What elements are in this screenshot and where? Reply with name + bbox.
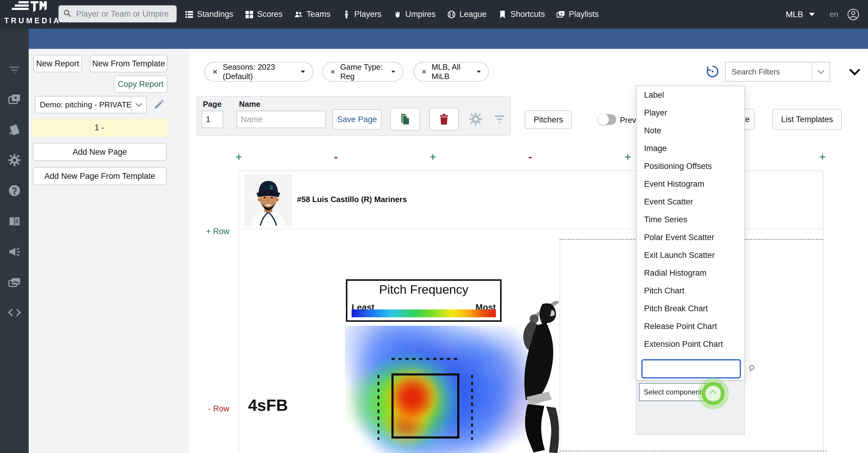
search-icon bbox=[748, 364, 756, 374]
strike-zone-guide bbox=[471, 375, 473, 440]
page-label: Page bbox=[203, 100, 221, 109]
new-from-template-button[interactable]: New From Template bbox=[90, 55, 167, 72]
duplicate-page-button[interactable] bbox=[390, 108, 420, 131]
pitchers-button[interactable]: Pitchers bbox=[525, 110, 572, 129]
player-headshot bbox=[245, 174, 292, 227]
remove-column-button[interactable]: - bbox=[334, 151, 338, 163]
league-selector[interactable]: MLB bbox=[786, 10, 815, 19]
copy-report-button[interactable]: Copy Report bbox=[114, 75, 167, 93]
language-toggle[interactable]: en bbox=[830, 10, 838, 19]
menu-item-time-series[interactable]: Time Series bbox=[637, 211, 744, 229]
menu-item-event-histogram[interactable]: Event Histogram bbox=[637, 175, 744, 193]
add-column-button[interactable]: + bbox=[819, 151, 826, 163]
strike-zone-box bbox=[392, 374, 459, 439]
nav-playlists[interactable]: Playlists bbox=[556, 10, 598, 19]
video-playlists-icon[interactable] bbox=[8, 93, 21, 106]
filter-chip-label: MLB, All MiLB bbox=[432, 62, 472, 81]
trumedia-logo[interactable]: TRUMEDIA bbox=[4, 1, 56, 25]
collapse-filters-chevron-icon[interactable] bbox=[849, 68, 861, 77]
scoresheet-icon[interactable] bbox=[8, 124, 21, 137]
nav-teams[interactable]: Teams bbox=[294, 10, 331, 19]
component-picker-panel: Select component bbox=[636, 381, 745, 435]
page-number-input[interactable] bbox=[202, 111, 223, 128]
filter-chip-game-type[interactable]: Game Type: Reg bbox=[322, 62, 403, 82]
nav-standings[interactable]: Standings bbox=[185, 10, 233, 19]
nav-scores[interactable]: Scores bbox=[245, 10, 282, 19]
menu-item-extension-point-chart[interactable]: Extension Point Chart bbox=[637, 335, 744, 353]
megaphone-icon[interactable] bbox=[8, 246, 21, 259]
docs-book-icon[interactable] bbox=[8, 215, 21, 228]
nav-label: League bbox=[459, 10, 487, 19]
report-header-bar bbox=[29, 29, 868, 49]
menu-item-release-point-chart[interactable]: Release Point Chart bbox=[637, 318, 744, 335]
search-filters-select[interactable]: Search Filters bbox=[725, 62, 830, 82]
help-icon[interactable] bbox=[8, 184, 21, 197]
add-row-button[interactable]: + Row bbox=[193, 227, 229, 236]
menu-item-label-component[interactable]: Label bbox=[637, 86, 744, 104]
settings-gear-icon[interactable] bbox=[8, 154, 21, 167]
report-select[interactable]: Demo: pitching - PRIVATE (bra... bbox=[35, 96, 147, 114]
profile-avatar-icon[interactable] bbox=[847, 8, 860, 21]
page-filter-icon[interactable] bbox=[493, 113, 506, 126]
menu-item-exit-launch-scatter[interactable]: Exit Launch Scatter bbox=[637, 247, 744, 264]
pitch-frequency-legend: Pitch Frequency Least Most bbox=[346, 279, 502, 322]
filter-chip-label: Game Type: Reg bbox=[340, 62, 386, 81]
filter-history-icon[interactable] bbox=[706, 65, 719, 78]
new-report-button[interactable]: New Report bbox=[33, 55, 82, 72]
page-name-input[interactable] bbox=[237, 111, 326, 128]
list-templates-button[interactable]: List Templates bbox=[772, 109, 842, 130]
page-settings-gear-icon[interactable] bbox=[469, 112, 483, 126]
filter-chip-seasons[interactable]: Seasons: 2023 (Default) bbox=[204, 62, 313, 82]
global-search[interactable] bbox=[58, 5, 177, 23]
menu-item-event-scatter[interactable]: Event Scatter bbox=[637, 193, 744, 211]
new-from-template-label: New From Template bbox=[92, 59, 165, 68]
nav-league[interactable]: League bbox=[447, 10, 487, 19]
left-sidebar bbox=[0, 29, 29, 453]
name-label: Name bbox=[239, 100, 260, 109]
menu-item-polar-event-scatter[interactable]: Polar Event Scatter bbox=[637, 229, 744, 247]
save-page-button[interactable]: Save Page bbox=[333, 109, 381, 130]
add-column-button[interactable]: + bbox=[236, 151, 242, 163]
menu-item-radial-histogram[interactable]: Radial Histogram bbox=[637, 264, 744, 282]
add-new-page-button[interactable]: Add New Page bbox=[33, 143, 167, 161]
menu-item-player[interactable]: Player bbox=[637, 104, 744, 122]
gallery-icon[interactable] bbox=[8, 276, 21, 289]
embed-code-icon[interactable] bbox=[8, 306, 21, 319]
select-component-label: Select component bbox=[640, 388, 705, 396]
trumedia-logo-icon bbox=[12, 10, 48, 15]
remove-column-button[interactable]: - bbox=[528, 151, 532, 163]
menu-item-pitch-break-chart[interactable]: Pitch Break Chart bbox=[637, 300, 744, 318]
close-icon bbox=[330, 68, 335, 75]
menu-item-image[interactable]: Image bbox=[637, 140, 744, 157]
filter-icon[interactable] bbox=[8, 63, 21, 76]
delete-page-button[interactable] bbox=[429, 108, 459, 131]
legend-gradient-bar bbox=[351, 310, 496, 317]
menu-item-pitch-chart[interactable]: Pitch Chart bbox=[637, 282, 744, 300]
filter-chip-league[interactable]: MLB, All MiLB bbox=[413, 62, 489, 82]
nav-players[interactable]: Players bbox=[342, 10, 381, 19]
click-highlight bbox=[698, 378, 729, 409]
edit-report-pencil-icon[interactable] bbox=[153, 99, 164, 110]
component-dropdown: Label Player Note Image Positioning Offs… bbox=[636, 86, 745, 381]
column-border bbox=[823, 170, 824, 453]
global-search-input[interactable] bbox=[75, 9, 173, 19]
nav-umpires[interactable]: Umpires bbox=[393, 10, 436, 19]
component-search-input[interactable] bbox=[646, 364, 748, 374]
preview-toggle[interactable] bbox=[599, 114, 616, 125]
chevron-down-icon bbox=[809, 12, 815, 17]
chevron-down-icon bbox=[812, 62, 830, 81]
menu-item-note[interactable]: Note bbox=[637, 122, 744, 140]
remove-row-button[interactable]: - Row bbox=[193, 404, 229, 414]
empty-component-border bbox=[560, 451, 827, 452]
nav-shortcuts[interactable]: Shortcuts bbox=[498, 10, 545, 19]
report-select-value: Demo: pitching - PRIVATE (bra... bbox=[36, 100, 131, 109]
add-column-button[interactable]: + bbox=[430, 151, 436, 163]
nav-label: Scores bbox=[257, 10, 282, 19]
add-new-page-from-template-label: Add New Page From Template bbox=[44, 172, 155, 181]
page-list-item[interactable]: 1 - bbox=[32, 118, 167, 137]
close-icon bbox=[212, 68, 218, 75]
menu-item-positioning-offsets[interactable]: Positioning Offsets bbox=[637, 157, 744, 175]
nav-label: Standings bbox=[197, 10, 233, 19]
add-new-page-from-template-button[interactable]: Add New Page From Template bbox=[33, 167, 167, 185]
add-column-button[interactable]: + bbox=[624, 151, 631, 163]
